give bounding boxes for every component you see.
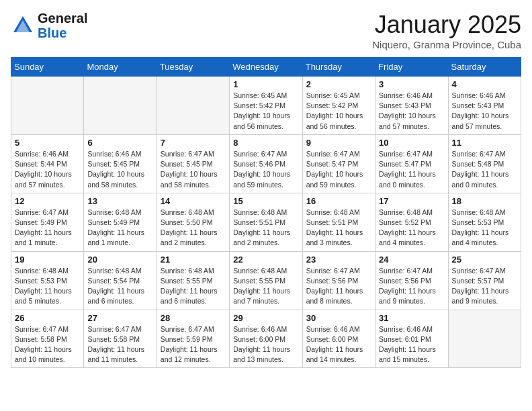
day-info: Sunrise: 6:45 AM Sunset: 5:42 PM Dayligh… bbox=[233, 91, 298, 132]
day-info: Sunrise: 6:48 AM Sunset: 5:51 PM Dayligh… bbox=[306, 208, 371, 248]
day-number: 22 bbox=[233, 255, 298, 265]
logo: General Blue bbox=[11, 11, 87, 40]
logo-text: General Blue bbox=[38, 11, 87, 40]
day-info: Sunrise: 6:46 AM Sunset: 6:00 PM Dayligh… bbox=[306, 324, 371, 365]
calendar-cell: 7Sunrise: 6:47 AM Sunset: 5:45 PM Daylig… bbox=[157, 134, 229, 193]
calendar-cell: 6Sunrise: 6:46 AM Sunset: 5:45 PM Daylig… bbox=[84, 134, 157, 193]
calendar-cell: 25Sunrise: 6:47 AM Sunset: 5:57 PM Dayli… bbox=[448, 251, 521, 310]
calendar-cell: 14Sunrise: 6:48 AM Sunset: 5:50 PM Dayli… bbox=[157, 193, 229, 251]
day-number: 27 bbox=[87, 313, 152, 323]
weekday-header-row: SundayMondayTuesdayWednesdayThursdayFrid… bbox=[11, 58, 521, 77]
day-number: 24 bbox=[379, 255, 444, 265]
calendar-cell: 13Sunrise: 6:48 AM Sunset: 5:49 PM Dayli… bbox=[84, 193, 157, 251]
day-info: Sunrise: 6:48 AM Sunset: 5:55 PM Dayligh… bbox=[233, 266, 298, 307]
day-number: 4 bbox=[452, 79, 517, 89]
day-number: 5 bbox=[15, 138, 80, 148]
day-info: Sunrise: 6:46 AM Sunset: 5:44 PM Dayligh… bbox=[15, 149, 80, 190]
calendar-cell: 17Sunrise: 6:48 AM Sunset: 5:52 PM Dayli… bbox=[375, 193, 448, 251]
day-info: Sunrise: 6:47 AM Sunset: 5:56 PM Dayligh… bbox=[379, 266, 444, 307]
day-info: Sunrise: 6:48 AM Sunset: 5:49 PM Dayligh… bbox=[87, 208, 152, 248]
logo-icon bbox=[11, 13, 35, 38]
calendar-cell: 30Sunrise: 6:46 AM Sunset: 6:00 PM Dayli… bbox=[302, 310, 375, 368]
day-info: Sunrise: 6:46 AM Sunset: 5:43 PM Dayligh… bbox=[452, 91, 517, 132]
calendar-cell: 20Sunrise: 6:48 AM Sunset: 5:54 PM Dayli… bbox=[84, 251, 157, 310]
calendar-cell: 23Sunrise: 6:47 AM Sunset: 5:56 PM Dayli… bbox=[302, 251, 375, 310]
day-number: 23 bbox=[306, 255, 371, 265]
calendar-cell: 19Sunrise: 6:48 AM Sunset: 5:53 PM Dayli… bbox=[11, 251, 84, 310]
day-info: Sunrise: 6:48 AM Sunset: 5:53 PM Dayligh… bbox=[15, 266, 80, 307]
day-number: 31 bbox=[379, 313, 444, 323]
day-info: Sunrise: 6:48 AM Sunset: 5:55 PM Dayligh… bbox=[161, 266, 226, 307]
day-info: Sunrise: 6:47 AM Sunset: 5:59 PM Dayligh… bbox=[161, 324, 226, 365]
day-info: Sunrise: 6:48 AM Sunset: 5:50 PM Dayligh… bbox=[161, 208, 226, 248]
title-area: January 2025 Niquero, Granma Province, C… bbox=[372, 11, 521, 50]
day-number: 17 bbox=[379, 196, 444, 206]
calendar-cell: 8Sunrise: 6:47 AM Sunset: 5:46 PM Daylig… bbox=[230, 134, 302, 193]
day-info: Sunrise: 6:46 AM Sunset: 6:01 PM Dayligh… bbox=[379, 324, 444, 365]
calendar-table: SundayMondayTuesdayWednesdayThursdayFrid… bbox=[11, 57, 521, 368]
day-number: 10 bbox=[379, 138, 444, 148]
calendar-week-row: 5Sunrise: 6:46 AM Sunset: 5:44 PM Daylig… bbox=[11, 134, 521, 193]
calendar-cell: 22Sunrise: 6:48 AM Sunset: 5:55 PM Dayli… bbox=[230, 251, 302, 310]
day-info: Sunrise: 6:45 AM Sunset: 5:42 PM Dayligh… bbox=[306, 91, 371, 132]
day-number: 20 bbox=[87, 255, 152, 265]
calendar-cell: 27Sunrise: 6:47 AM Sunset: 5:58 PM Dayli… bbox=[84, 310, 157, 368]
weekday-header-sunday: Sunday bbox=[11, 58, 84, 77]
day-info: Sunrise: 6:48 AM Sunset: 5:52 PM Dayligh… bbox=[379, 208, 444, 248]
day-info: Sunrise: 6:47 AM Sunset: 5:57 PM Dayligh… bbox=[452, 266, 517, 307]
calendar-cell: 28Sunrise: 6:47 AM Sunset: 5:59 PM Dayli… bbox=[157, 310, 229, 368]
calendar-cell: 2Sunrise: 6:45 AM Sunset: 5:42 PM Daylig… bbox=[302, 77, 375, 135]
calendar-cell bbox=[448, 310, 521, 368]
day-number: 8 bbox=[233, 138, 298, 148]
day-number: 2 bbox=[306, 79, 371, 89]
day-info: Sunrise: 6:48 AM Sunset: 5:51 PM Dayligh… bbox=[233, 208, 298, 248]
day-number: 29 bbox=[233, 313, 298, 323]
calendar-cell: 29Sunrise: 6:46 AM Sunset: 6:00 PM Dayli… bbox=[230, 310, 302, 368]
weekday-header-thursday: Thursday bbox=[302, 58, 375, 77]
day-info: Sunrise: 6:46 AM Sunset: 6:00 PM Dayligh… bbox=[233, 324, 298, 365]
calendar-cell: 9Sunrise: 6:47 AM Sunset: 5:47 PM Daylig… bbox=[302, 134, 375, 193]
calendar-cell: 10Sunrise: 6:47 AM Sunset: 5:47 PM Dayli… bbox=[375, 134, 448, 193]
day-info: Sunrise: 6:47 AM Sunset: 5:46 PM Dayligh… bbox=[233, 149, 298, 190]
calendar-cell bbox=[157, 77, 229, 135]
calendar-cell: 26Sunrise: 6:47 AM Sunset: 5:58 PM Dayli… bbox=[11, 310, 84, 368]
day-number: 30 bbox=[306, 313, 371, 323]
day-info: Sunrise: 6:47 AM Sunset: 5:49 PM Dayligh… bbox=[15, 208, 80, 248]
day-info: Sunrise: 6:47 AM Sunset: 5:56 PM Dayligh… bbox=[306, 266, 371, 307]
calendar-cell: 4Sunrise: 6:46 AM Sunset: 5:43 PM Daylig… bbox=[448, 77, 521, 135]
day-info: Sunrise: 6:46 AM Sunset: 5:43 PM Dayligh… bbox=[379, 91, 444, 132]
day-number: 1 bbox=[233, 79, 298, 89]
day-info: Sunrise: 6:47 AM Sunset: 5:47 PM Dayligh… bbox=[306, 149, 371, 190]
calendar-cell: 24Sunrise: 6:47 AM Sunset: 5:56 PM Dayli… bbox=[375, 251, 448, 310]
weekday-header-tuesday: Tuesday bbox=[157, 58, 229, 77]
calendar-cell: 5Sunrise: 6:46 AM Sunset: 5:44 PM Daylig… bbox=[11, 134, 84, 193]
day-info: Sunrise: 6:47 AM Sunset: 5:58 PM Dayligh… bbox=[87, 324, 152, 365]
calendar-week-row: 19Sunrise: 6:48 AM Sunset: 5:53 PM Dayli… bbox=[11, 251, 521, 310]
calendar-cell: 1Sunrise: 6:45 AM Sunset: 5:42 PM Daylig… bbox=[230, 77, 302, 135]
day-number: 21 bbox=[161, 255, 226, 265]
day-info: Sunrise: 6:46 AM Sunset: 5:45 PM Dayligh… bbox=[87, 149, 152, 190]
calendar-cell: 3Sunrise: 6:46 AM Sunset: 5:43 PM Daylig… bbox=[375, 77, 448, 135]
day-number: 7 bbox=[161, 138, 226, 148]
day-number: 9 bbox=[306, 138, 371, 148]
day-number: 14 bbox=[161, 196, 226, 206]
calendar-cell: 15Sunrise: 6:48 AM Sunset: 5:51 PM Dayli… bbox=[230, 193, 302, 251]
calendar-week-row: 26Sunrise: 6:47 AM Sunset: 5:58 PM Dayli… bbox=[11, 310, 521, 368]
day-number: 13 bbox=[87, 196, 152, 206]
weekday-header-saturday: Saturday bbox=[448, 58, 521, 77]
page-header: General Blue January 2025 Niquero, Granm… bbox=[11, 11, 521, 50]
day-number: 3 bbox=[379, 79, 444, 89]
weekday-header-wednesday: Wednesday bbox=[230, 58, 302, 77]
day-info: Sunrise: 6:47 AM Sunset: 5:47 PM Dayligh… bbox=[379, 149, 444, 190]
day-info: Sunrise: 6:48 AM Sunset: 5:54 PM Dayligh… bbox=[87, 266, 152, 307]
day-number: 28 bbox=[161, 313, 226, 323]
day-number: 18 bbox=[452, 196, 517, 206]
month-title: January 2025 bbox=[372, 11, 521, 39]
day-info: Sunrise: 6:48 AM Sunset: 5:53 PM Dayligh… bbox=[452, 208, 517, 248]
day-number: 19 bbox=[15, 255, 80, 265]
day-info: Sunrise: 6:47 AM Sunset: 5:45 PM Dayligh… bbox=[161, 149, 226, 190]
day-number: 26 bbox=[15, 313, 80, 323]
calendar-cell: 21Sunrise: 6:48 AM Sunset: 5:55 PM Dayli… bbox=[157, 251, 229, 310]
weekday-header-friday: Friday bbox=[375, 58, 448, 77]
day-number: 16 bbox=[306, 196, 371, 206]
